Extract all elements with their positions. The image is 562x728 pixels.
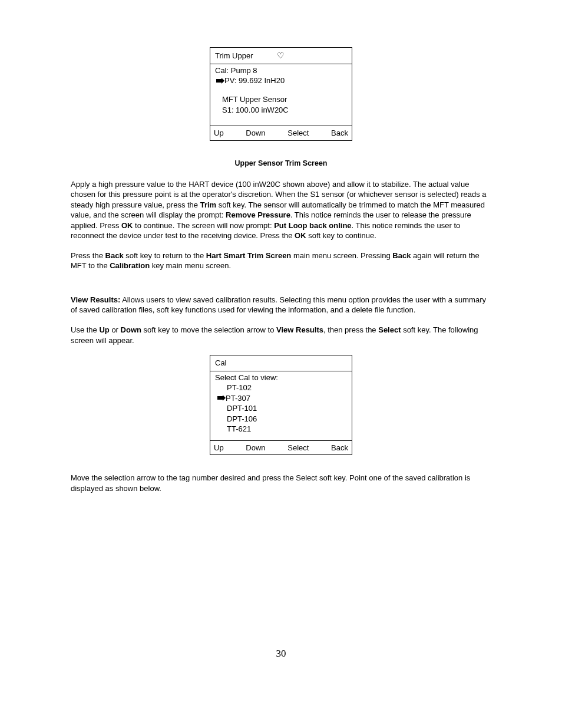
screen-body: Cal: Pump 8 PV: 99.692 InH20 MFT Upper S… — [210, 64, 352, 126]
softkey-down[interactable]: Down — [246, 443, 265, 453]
cal-list-item[interactable]: DPT-101 — [215, 403, 347, 414]
cal-list-item[interactable]: PT-102 — [215, 383, 347, 393]
cal-list-item[interactable]: TT-621 — [215, 424, 347, 434]
softkey-select[interactable]: Select — [287, 128, 309, 139]
cal-select-screen: Cal Select Cal to view: PT-102PT-307DPT-… — [210, 355, 352, 455]
select-prompt: Select Cal to view: — [215, 373, 347, 383]
pv-value: PV: 99.692 InH20 — [224, 75, 285, 86]
softkey-row: Up Down Select Back — [210, 126, 352, 140]
softkey-down[interactable]: Down — [246, 128, 265, 139]
softkey-row: Up Down Select Back — [210, 440, 352, 455]
trim-upper-screen: Trim Upper ♡ Cal: Pump 8 PV: 99.692 InH2… — [210, 47, 352, 141]
paragraph-3: View Results: Allows users to view saved… — [71, 295, 491, 315]
cal-line: Cal: Pump 8 — [215, 65, 347, 76]
mft-line: MFT Upper Sensor — [215, 94, 347, 105]
screen-body: Select Cal to view: PT-102PT-307DPT-101D… — [210, 371, 352, 440]
softkey-select[interactable]: Select — [287, 443, 309, 453]
softkey-up[interactable]: Up — [214, 443, 224, 453]
paragraph-1: Apply a high pressure value to the HART … — [71, 179, 491, 241]
page-number: 30 — [71, 647, 491, 661]
softkey-back[interactable]: Back — [331, 443, 348, 453]
screen-title: Cal — [215, 358, 227, 368]
arrow-right-icon — [216, 79, 222, 83]
cal-list-item[interactable]: PT-307 — [215, 393, 347, 404]
screen-header: Cal — [210, 355, 352, 371]
softkey-up[interactable]: Up — [214, 128, 224, 139]
screen-header: Trim Upper ♡ — [210, 48, 352, 64]
s1-line: S1: 100.00 inW20C — [215, 105, 347, 116]
screen1-caption: Upper Sensor Trim Screen — [71, 159, 491, 169]
softkey-back[interactable]: Back — [331, 128, 348, 139]
heart-icon: ♡ — [277, 50, 285, 61]
cal-list-item[interactable]: DPT-106 — [215, 414, 347, 424]
paragraph-5: Move the selection arrow to the tag numb… — [71, 473, 491, 493]
pv-line: PV: 99.692 InH20 — [215, 75, 347, 86]
paragraph-2: Press the Back soft key to return to the… — [71, 251, 491, 271]
arrow-right-icon — [217, 396, 223, 400]
paragraph-4: Use the Up or Down soft key to move the … — [71, 325, 491, 345]
screen-title: Trim Upper — [215, 51, 253, 61]
